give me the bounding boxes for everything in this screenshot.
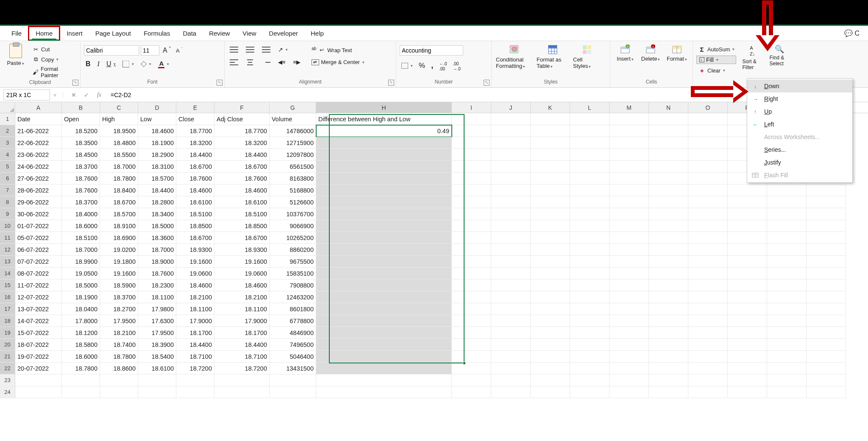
col-header[interactable]: K <box>531 102 570 113</box>
cell[interactable] <box>452 173 491 184</box>
cell[interactable] <box>570 184 609 196</box>
cell[interactable] <box>491 327 531 339</box>
enter-formula-button[interactable]: ✓ <box>82 92 91 98</box>
row-header[interactable]: 4 <box>0 149 15 161</box>
cell[interactable]: 18.7800 <box>62 363 100 374</box>
cell[interactable] <box>570 220 609 232</box>
cell[interactable]: 10376700 <box>270 208 316 220</box>
cell[interactable]: 5168800 <box>270 184 316 196</box>
cell[interactable] <box>452 208 491 220</box>
cell[interactable] <box>649 386 688 398</box>
fill-button[interactable]: Fill <box>696 56 736 64</box>
tab-review[interactable]: Review <box>203 27 236 39</box>
cell[interactable] <box>688 220 728 232</box>
cell[interactable] <box>807 220 846 232</box>
cell[interactable] <box>452 137 491 149</box>
cell[interactable] <box>452 374 491 386</box>
cell[interactable] <box>609 208 649 220</box>
fill-up-item[interactable]: Up <box>747 105 852 118</box>
cell[interactable]: 18.1100 <box>138 291 176 303</box>
cell[interactable] <box>452 268 491 279</box>
cell[interactable] <box>316 149 452 161</box>
cell[interactable] <box>491 184 531 196</box>
cell[interactable] <box>491 196 531 208</box>
cell[interactable] <box>767 196 807 208</box>
cell[interactable]: 18.7700 <box>176 125 214 137</box>
worksheet-grid[interactable]: A B C D E F G H I J K L M N O P Q R 1Dat… <box>0 102 868 398</box>
col-header[interactable]: I <box>452 102 491 113</box>
cell[interactable] <box>807 244 846 256</box>
cell[interactable] <box>807 268 846 279</box>
cell[interactable] <box>807 386 846 398</box>
cell[interactable] <box>570 268 609 279</box>
header-cell[interactable]: Date <box>15 113 62 125</box>
cell[interactable] <box>270 374 316 386</box>
col-header[interactable]: C <box>100 102 138 113</box>
cell[interactable] <box>767 327 807 339</box>
cell[interactable]: 17.9500 <box>100 315 138 327</box>
cell[interactable]: 18.7800 <box>100 173 138 184</box>
cell[interactable] <box>491 173 531 184</box>
cell[interactable]: 13431500 <box>270 363 316 374</box>
row-header[interactable]: 14 <box>0 268 15 279</box>
cell[interactable] <box>316 351 452 363</box>
cell[interactable] <box>491 386 531 398</box>
underline-button[interactable]: U <box>105 59 118 69</box>
cell[interactable]: 18.7000 <box>100 161 138 173</box>
cell[interactable] <box>649 374 688 386</box>
cell[interactable] <box>649 256 688 268</box>
cell[interactable] <box>531 149 570 161</box>
cell[interactable] <box>688 244 728 256</box>
cell[interactable] <box>609 374 649 386</box>
cell[interactable]: 18.9000 <box>138 256 176 268</box>
cell[interactable] <box>609 315 649 327</box>
tab-file[interactable]: File <box>5 27 28 39</box>
cell[interactable]: 18.5800 <box>62 339 100 351</box>
cell[interactable] <box>688 256 728 268</box>
cell[interactable] <box>767 220 807 232</box>
delete-cells-button[interactable]: × Delete <box>639 44 662 63</box>
cell[interactable] <box>62 374 100 386</box>
cell[interactable] <box>688 279 728 291</box>
cell[interactable]: 05-07-2022 <box>15 232 62 244</box>
cell[interactable]: 19.1600 <box>100 268 138 279</box>
cell[interactable]: 18.6700 <box>176 232 214 244</box>
cell[interactable]: 18.3900 <box>138 339 176 351</box>
cell[interactable]: 18.5000 <box>138 220 176 232</box>
cell[interactable] <box>316 339 452 351</box>
cell[interactable] <box>649 279 688 291</box>
cell[interactable]: 18.4800 <box>100 137 138 149</box>
cell[interactable] <box>649 291 688 303</box>
col-header[interactable]: H <box>316 102 452 113</box>
cell[interactable] <box>688 149 728 161</box>
cell[interactable]: 18.0400 <box>62 303 100 315</box>
cell[interactable] <box>452 351 491 363</box>
cell[interactable] <box>491 113 531 125</box>
cell[interactable] <box>649 137 688 149</box>
cell[interactable] <box>452 196 491 208</box>
col-header[interactable]: A <box>15 102 62 113</box>
cell[interactable]: 18.5100 <box>214 208 270 220</box>
cell[interactable] <box>531 374 570 386</box>
cell[interactable] <box>491 303 531 315</box>
row-header[interactable]: 17 <box>0 303 15 315</box>
cell[interactable] <box>452 363 491 374</box>
cell[interactable] <box>807 339 846 351</box>
cell[interactable] <box>688 184 728 196</box>
header-cell[interactable]: Difference between High and Low <box>316 113 452 125</box>
cell[interactable] <box>452 386 491 398</box>
cell[interactable] <box>767 291 807 303</box>
cell[interactable] <box>609 268 649 279</box>
cell[interactable] <box>649 208 688 220</box>
cell[interactable]: 18.3700 <box>62 196 100 208</box>
number-format-select[interactable] <box>400 45 463 56</box>
cell[interactable] <box>807 208 846 220</box>
cell[interactable]: 13-07-2022 <box>15 303 62 315</box>
cell[interactable]: 18.6700 <box>176 161 214 173</box>
paste-button[interactable]: Paste <box>3 43 28 67</box>
cell[interactable] <box>728 220 767 232</box>
cell[interactable] <box>649 244 688 256</box>
cell[interactable]: 18.6000 <box>62 220 100 232</box>
cell[interactable] <box>688 339 728 351</box>
fill-color-button[interactable] <box>139 60 153 68</box>
